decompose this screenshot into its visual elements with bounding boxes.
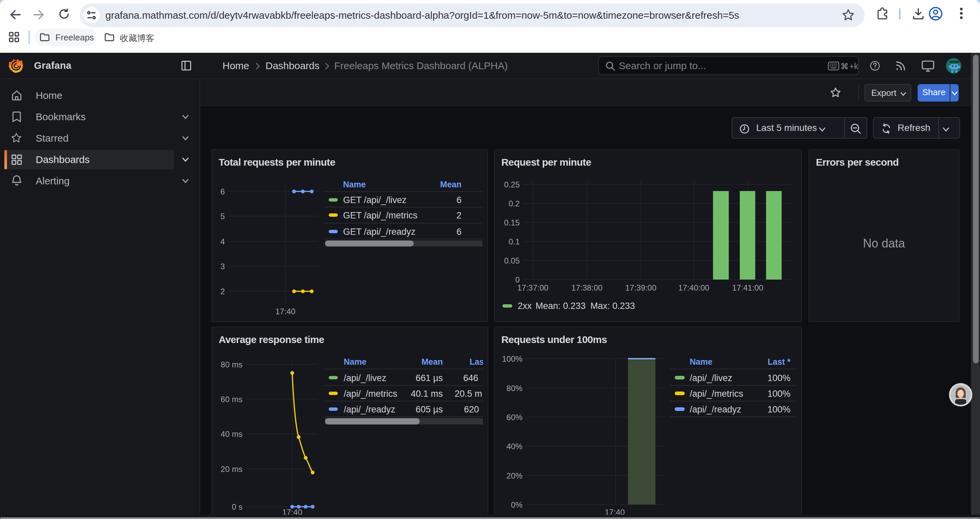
svg-text:Mean: Mean <box>421 357 442 366</box>
svg-text:80 ms: 80 ms <box>221 360 242 369</box>
svg-text:GET /api/_/readyz: GET /api/_/readyz <box>343 227 415 237</box>
svg-text:6: 6 <box>220 187 224 196</box>
svg-text:/api/_/metrics: /api/_/metrics <box>344 389 397 399</box>
svg-text:/api/_/livez: /api/_/livez <box>690 373 732 383</box>
svg-text:620: 620 <box>464 404 479 414</box>
svg-text:Mean: 0.233: Mean: 0.233 <box>536 301 586 311</box>
svg-text:/api/_/readyz: /api/_/readyz <box>344 404 395 414</box>
svg-text:0.25: 0.25 <box>504 180 520 189</box>
svg-text:0.05: 0.05 <box>504 256 520 265</box>
svg-text:17:41:00: 17:41:00 <box>732 283 763 292</box>
svg-text:20%: 20% <box>506 471 522 480</box>
svg-text:No data: No data <box>863 236 905 250</box>
svg-text:0.1: 0.1 <box>509 237 520 246</box>
svg-text:5: 5 <box>220 212 224 221</box>
svg-text:Mean: Mean <box>440 180 461 189</box>
svg-text:6: 6 <box>456 227 461 237</box>
svg-text:100%: 100% <box>502 355 522 363</box>
svg-text:3: 3 <box>220 262 224 271</box>
svg-text:/api/_/metrics: /api/_/metrics <box>690 389 743 399</box>
svg-text:60 ms: 60 ms <box>221 395 242 404</box>
svg-text:20.5 m: 20.5 m <box>455 389 482 399</box>
svg-text:0%: 0% <box>511 500 523 509</box>
svg-text:0.15: 0.15 <box>504 218 520 227</box>
svg-text:Last *: Last * <box>469 357 488 366</box>
svg-text:2: 2 <box>456 211 461 220</box>
svg-text:100%: 100% <box>767 404 791 414</box>
svg-text:60%: 60% <box>506 413 522 422</box>
svg-text:100%: 100% <box>767 389 791 399</box>
svg-text:GET /api/_/metrics: GET /api/_/metrics <box>343 211 417 220</box>
svg-text:0 s: 0 s <box>231 502 242 511</box>
svg-text:2: 2 <box>220 287 224 296</box>
svg-text:17:37:00: 17:37:00 <box>517 283 548 292</box>
svg-text:40.1 ms: 40.1 ms <box>410 389 442 399</box>
svg-text:80%: 80% <box>506 384 522 393</box>
svg-text:/api/_/readyz: /api/_/readyz <box>690 404 741 414</box>
svg-text:/api/_/livez: /api/_/livez <box>344 373 386 383</box>
svg-text:40 ms: 40 ms <box>221 430 242 439</box>
svg-text:17:40:00: 17:40:00 <box>678 283 709 292</box>
svg-text:2xx: 2xx <box>518 301 532 311</box>
svg-text:6: 6 <box>456 195 461 205</box>
svg-text:Name: Name <box>343 180 366 189</box>
svg-text:40%: 40% <box>506 442 522 451</box>
svg-text:0.2: 0.2 <box>509 199 520 208</box>
svg-text:Name: Name <box>690 357 713 366</box>
svg-text:605 µs: 605 µs <box>415 404 442 414</box>
svg-text:Last *: Last * <box>768 357 791 366</box>
svg-text:Name: Name <box>344 357 366 366</box>
svg-text:20 ms: 20 ms <box>221 465 242 474</box>
svg-text:GET /api/_/livez: GET /api/_/livez <box>343 195 406 205</box>
svg-text:17:38:00: 17:38:00 <box>571 283 602 292</box>
svg-text:17:39:00: 17:39:00 <box>625 283 656 292</box>
svg-text:17:40: 17:40 <box>275 307 295 316</box>
svg-text:Max: 0.233: Max: 0.233 <box>590 301 635 311</box>
svg-text:646: 646 <box>463 373 478 383</box>
svg-text:100%: 100% <box>767 373 791 383</box>
svg-text:4: 4 <box>220 237 224 246</box>
svg-text:661 µs: 661 µs <box>415 373 442 383</box>
